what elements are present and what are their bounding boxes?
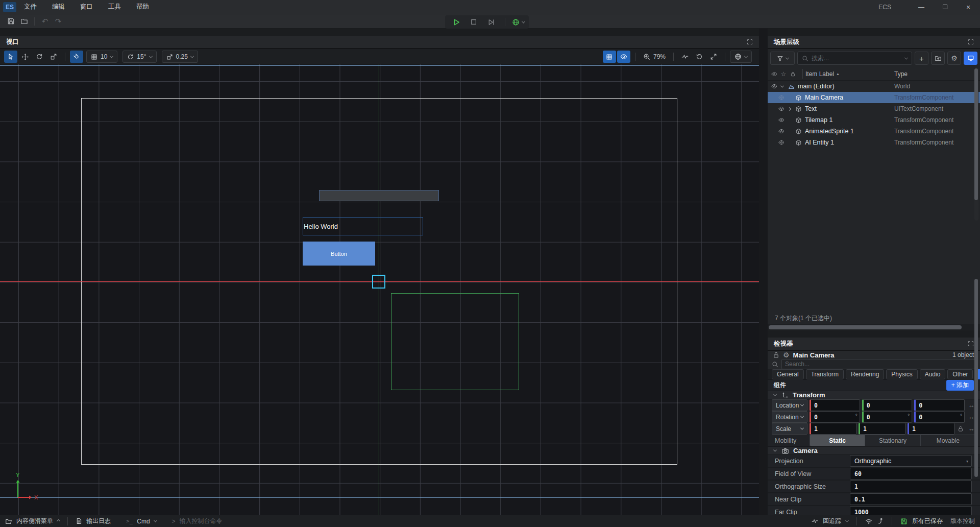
location-z-field[interactable] xyxy=(914,399,965,411)
rotate-tool-button[interactable] xyxy=(33,51,46,63)
fullscreen-button[interactable] xyxy=(707,51,720,63)
tab-other[interactable]: Other xyxy=(947,369,973,379)
scene-panel-object[interactable] xyxy=(319,190,439,201)
visibility-column-icon[interactable] xyxy=(771,71,778,77)
reset-view-button[interactable] xyxy=(693,51,706,63)
add-component-button[interactable]: + 添加 xyxy=(946,380,974,391)
hierarchy-search[interactable] xyxy=(797,52,912,65)
field-of-view-field[interactable] xyxy=(850,468,972,480)
wifi-icon[interactable] xyxy=(865,518,872,525)
menu-file[interactable]: 文件 xyxy=(16,0,44,14)
rotation-y-field[interactable]: ° xyxy=(862,411,913,423)
step-button[interactable] xyxy=(484,16,498,28)
stop-button[interactable] xyxy=(467,16,481,28)
scale-snap-dropdown[interactable]: 0.25 xyxy=(162,51,198,63)
mobility-static[interactable]: Static xyxy=(810,435,865,446)
far-clip-field[interactable] xyxy=(850,506,972,515)
projection-dropdown[interactable]: ▾ xyxy=(850,455,972,467)
stats-button[interactable] xyxy=(678,51,692,63)
hierarchy-hscrollbar[interactable] xyxy=(768,324,980,330)
trace-dropdown[interactable]: 回追踪 xyxy=(823,517,841,525)
camera-section-header[interactable]: Camera xyxy=(768,446,980,455)
output-log-button[interactable]: 输出日志 xyxy=(86,517,111,525)
close-button[interactable]: × xyxy=(957,0,980,14)
maximize-button[interactable] xyxy=(933,0,957,14)
add-folder-button[interactable] xyxy=(931,52,945,65)
lock-column-icon[interactable] xyxy=(789,71,796,77)
inspector-vscrollbar-thumb[interactable] xyxy=(974,279,978,477)
tab-rendering[interactable]: Rendering xyxy=(846,369,884,379)
console-command-input[interactable]: 输入控制台命令 xyxy=(180,517,223,525)
scale-dropdown[interactable]: Scale xyxy=(772,423,807,435)
eye-icon[interactable] xyxy=(778,128,785,134)
redo-button[interactable]: ↷ xyxy=(52,15,65,28)
hierarchy-search-input[interactable] xyxy=(812,55,902,62)
version-control-button[interactable]: 版本控制 xyxy=(950,517,975,525)
gear-icon[interactable]: ⚙ xyxy=(783,351,790,359)
cmd-dropdown[interactable]: Cmd xyxy=(137,518,150,525)
filter-dropdown[interactable] xyxy=(770,52,795,65)
zoom-level-control[interactable]: 79% xyxy=(640,53,669,60)
rotation-snap-dropdown[interactable]: 15° xyxy=(122,51,156,63)
tilemap-bounds-rect[interactable] xyxy=(391,293,519,390)
hierarchy-expand-button[interactable] xyxy=(968,39,974,45)
type-column[interactable]: Type xyxy=(894,70,974,78)
scale-y-field[interactable] xyxy=(859,423,905,435)
hierarchy-settings-button[interactable]: ⚙ xyxy=(947,52,961,65)
tree-row-text[interactable]: Text UITextComponent xyxy=(768,103,980,114)
eye-icon[interactable] xyxy=(771,83,778,89)
viewport-world-dropdown[interactable] xyxy=(730,51,752,63)
scene-button-object[interactable]: Button xyxy=(303,242,375,266)
panel-gutter[interactable] xyxy=(759,29,768,515)
add-entity-button[interactable]: + xyxy=(915,52,928,65)
item-label-column[interactable]: Item Label ▲ xyxy=(805,70,840,78)
favorite-column-icon[interactable]: ☆ xyxy=(780,70,787,78)
save-button[interactable] xyxy=(4,15,17,28)
menu-tools[interactable]: 工具 xyxy=(101,0,129,14)
tree-row-ai-entity[interactable]: AI Entity 1 TransformComponent xyxy=(768,137,980,148)
mobility-movable[interactable]: Movable xyxy=(921,435,975,446)
move-tool-button[interactable] xyxy=(18,51,32,63)
unlock-icon[interactable] xyxy=(957,426,965,432)
chevron-down-icon[interactable] xyxy=(778,85,787,88)
unlock-icon[interactable] xyxy=(773,352,779,358)
snap-toggle-button[interactable] xyxy=(70,51,83,63)
menu-help[interactable]: 帮助 xyxy=(129,0,157,14)
scale-x-field[interactable] xyxy=(810,423,856,435)
tree-row-world[interactable]: main (Editor) World xyxy=(768,81,980,92)
tab-general[interactable]: General xyxy=(772,369,804,379)
plugin-jack-icon[interactable] xyxy=(877,518,884,524)
gizmo-visibility-toggle[interactable] xyxy=(617,51,630,63)
tree-row-tilemap[interactable]: Tilemap 1 TransformComponent xyxy=(768,114,980,126)
rotation-x-field[interactable]: ° xyxy=(810,411,860,423)
eye-icon[interactable] xyxy=(778,139,785,146)
rotation-dropdown[interactable]: Rotation xyxy=(772,411,807,423)
world-mode-dropdown[interactable] xyxy=(512,16,525,28)
content-drawer-button[interactable]: 内容侧滑菜单 xyxy=(16,517,53,525)
scale-z-field[interactable] xyxy=(908,423,954,435)
select-tool-button[interactable] xyxy=(4,51,17,63)
tab-physics[interactable]: Physics xyxy=(886,369,917,379)
eye-icon[interactable] xyxy=(778,117,785,123)
scale-tool-button[interactable] xyxy=(47,51,60,63)
tab-transform[interactable]: Transform xyxy=(806,369,844,379)
near-clip-field[interactable] xyxy=(850,493,972,505)
scene-text-object[interactable]: Hello World xyxy=(303,217,423,235)
viewport-expand-button[interactable] xyxy=(747,39,753,45)
rotation-z-field[interactable]: ° xyxy=(914,411,965,423)
tree-row-animatedsprite[interactable]: AnimatedSprite 1 TransformComponent xyxy=(768,126,980,137)
eye-icon[interactable] xyxy=(778,94,785,101)
app-logo[interactable]: ES xyxy=(3,2,16,12)
scene-canvas[interactable]: Hello World Button Y X xyxy=(0,64,759,515)
location-x-field[interactable] xyxy=(810,399,860,411)
chevron-right-icon[interactable] xyxy=(785,108,794,110)
tree-row-main-camera[interactable]: Main Camera TransformComponent xyxy=(768,92,980,103)
play-button[interactable] xyxy=(449,16,463,28)
tab-audio[interactable]: Audio xyxy=(920,369,946,379)
scrollbar-thumb[interactable] xyxy=(769,325,962,329)
display-mode-button[interactable] xyxy=(964,52,977,65)
grid-visibility-toggle[interactable] xyxy=(603,51,616,63)
transform-section-header[interactable]: Transform xyxy=(768,391,980,399)
location-y-field[interactable] xyxy=(862,399,913,411)
inspector-search[interactable] xyxy=(781,359,975,369)
